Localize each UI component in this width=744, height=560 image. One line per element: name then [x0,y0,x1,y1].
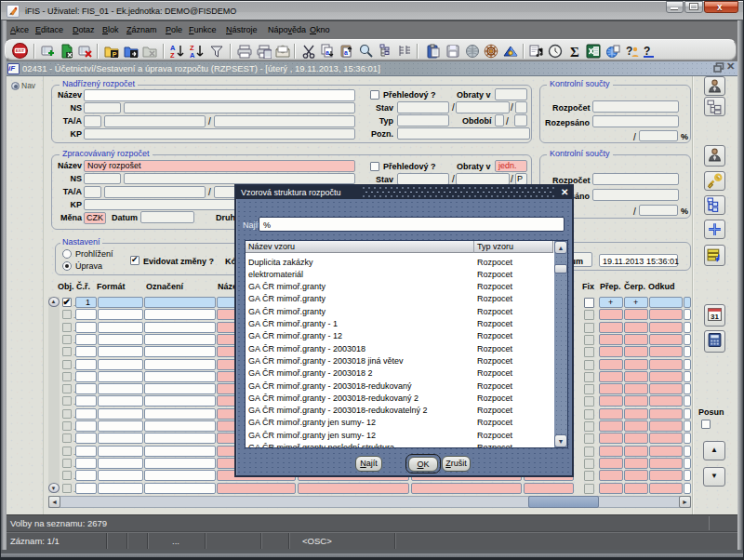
svg-text:?: ? [626,45,632,58]
svg-text:a: a [344,49,348,56]
svg-text:Z: Z [170,51,175,59]
svg-text:?: ? [644,45,650,58]
svg-text:Σ: Σ [570,45,579,59]
svg-text:A: A [190,51,195,59]
svg-text:a: a [326,49,329,56]
svg-text:31: 31 [711,313,719,321]
svg-text:P: P [113,51,117,58]
svg-text:EXIT: EXIT [16,48,25,53]
